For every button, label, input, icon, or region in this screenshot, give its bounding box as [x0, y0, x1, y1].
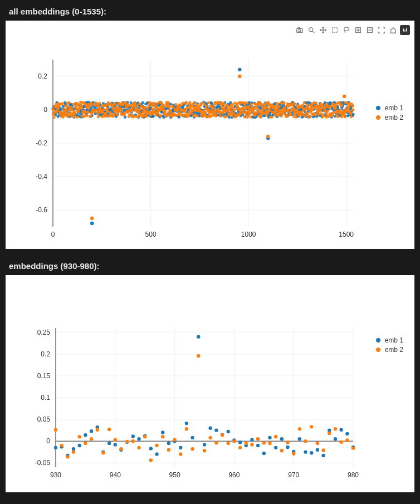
svg-point-811	[90, 217, 94, 220]
svg-point-1682	[161, 435, 164, 438]
autoscale-icon[interactable]	[377, 25, 387, 35]
svg-point-1251	[222, 111, 224, 114]
svg-text:0: 0	[46, 437, 50, 445]
svg-text:1000: 1000	[241, 231, 256, 238]
svg-point-1545	[336, 115, 339, 118]
svg-point-1674	[114, 438, 117, 442]
legend-label: emb 2	[385, 114, 403, 121]
svg-point-1670	[90, 437, 93, 441]
svg-point-1488	[314, 113, 317, 116]
svg-point-905	[86, 110, 89, 113]
svg-point-1656	[310, 451, 313, 454]
svg-point-1617	[78, 444, 81, 447]
svg-point-1626	[131, 434, 135, 438]
svg-point-1691	[214, 441, 218, 444]
legend-item-emb1[interactable]: emb 1	[376, 336, 403, 344]
svg-point-1418	[287, 108, 290, 111]
svg-point-877	[76, 116, 79, 119]
svg-point-1489	[315, 101, 318, 104]
svg-point-1659	[328, 428, 331, 432]
svg-point-1305	[243, 101, 246, 104]
svg-point-1578	[349, 112, 352, 115]
svg-point-1646	[250, 438, 253, 442]
svg-point-1534	[332, 111, 335, 114]
svg-point-1696	[245, 442, 248, 445]
lasso-icon[interactable]	[341, 25, 351, 35]
zoom-icon[interactable]	[306, 25, 316, 35]
svg-point-3	[309, 28, 313, 32]
svg-point-1533	[332, 102, 335, 105]
svg-point-1166	[188, 101, 191, 104]
svg-text:0.25: 0.25	[37, 329, 51, 336]
scatter-plot-bottom[interactable]: 930940950960970980-0.0500.050.10.150.20.…	[6, 275, 414, 492]
svg-point-1650	[274, 446, 277, 449]
zoom-out-icon[interactable]	[365, 25, 375, 35]
svg-point-1710	[328, 432, 331, 435]
svg-point-1698	[256, 437, 260, 441]
scatter-plot-top[interactable]: 050010001500-0.6-0.4-0.200.2	[6, 21, 414, 249]
svg-point-1347	[259, 115, 262, 118]
legend-item-emb1[interactable]: emb 1	[376, 104, 403, 112]
zoom-in-icon[interactable]	[353, 25, 363, 35]
svg-point-1683	[167, 448, 170, 452]
app-container: { "sections": { "top": {"title": "all em…	[0, 0, 420, 492]
svg-point-1170	[190, 112, 193, 115]
svg-point-1110	[167, 101, 169, 104]
svg-text:-0.05: -0.05	[35, 459, 51, 467]
svg-point-1417	[286, 114, 289, 117]
svg-text:940: 940	[110, 471, 121, 479]
svg-point-1539	[334, 106, 337, 109]
camera-icon[interactable]	[295, 25, 305, 35]
svg-point-871	[74, 112, 76, 115]
legend-top: emb 1 emb 2	[376, 104, 403, 123]
svg-point-980	[116, 114, 119, 116]
pan-icon[interactable]	[318, 25, 328, 35]
svg-point-945	[102, 108, 105, 111]
svg-point-1619	[90, 429, 93, 433]
legend-item-emb2[interactable]: emb 2	[376, 114, 403, 121]
plotly-toolbar	[295, 25, 410, 35]
svg-point-1671	[96, 428, 99, 432]
legend-item-emb2[interactable]: emb 2	[376, 346, 403, 354]
svg-point-1116	[169, 109, 172, 112]
svg-point-1622	[108, 442, 111, 445]
svg-point-1672	[101, 451, 105, 454]
svg-point-1244	[219, 115, 222, 118]
svg-point-1658	[321, 454, 325, 457]
svg-point-1692	[221, 433, 224, 437]
svg-point-1163	[187, 113, 190, 116]
svg-point-1264	[227, 105, 229, 107]
svg-point-1654	[298, 437, 301, 441]
box-select-icon[interactable]	[330, 25, 340, 35]
svg-point-1516	[325, 112, 328, 115]
svg-point-1459	[303, 101, 306, 104]
plotly-logo-icon[interactable]	[400, 25, 410, 35]
svg-point-1359	[264, 102, 267, 105]
legend-label: emb 2	[385, 346, 403, 354]
reset-icon[interactable]	[388, 25, 398, 35]
svg-point-1532	[331, 114, 334, 117]
svg-point-1157	[185, 101, 188, 104]
svg-point-1664	[54, 428, 57, 432]
svg-point-1705	[298, 427, 301, 430]
svg-point-1340	[256, 107, 259, 110]
svg-point-1583	[351, 105, 354, 107]
svg-point-1700	[268, 442, 271, 445]
svg-point-911	[89, 115, 92, 118]
svg-point-1657	[316, 448, 319, 452]
svg-text:0: 0	[51, 231, 55, 238]
svg-point-1704	[292, 452, 295, 456]
svg-point-1679	[143, 435, 146, 438]
svg-point-1711	[334, 427, 337, 430]
svg-point-1037	[138, 102, 141, 105]
svg-point-1649	[268, 436, 271, 439]
svg-point-1394	[277, 105, 280, 108]
svg-text:1500: 1500	[339, 231, 354, 238]
svg-point-1676	[125, 440, 129, 443]
svg-rect-2	[298, 28, 300, 29]
svg-point-1636	[191, 436, 194, 439]
svg-point-1321	[249, 111, 252, 114]
svg-point-1662	[345, 432, 349, 436]
svg-text:950: 950	[169, 471, 180, 479]
svg-point-1513	[324, 106, 327, 109]
